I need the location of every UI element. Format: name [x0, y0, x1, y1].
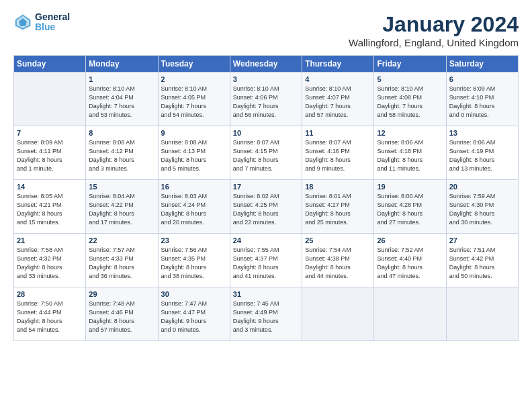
- day-info: Sunrise: 7:56 AMSunset: 4:35 PMDaylight:…: [161, 246, 227, 281]
- day-info: Sunrise: 8:04 AMSunset: 4:22 PMDaylight:…: [89, 192, 154, 227]
- day-number: 10: [233, 129, 299, 137]
- logo-icon: [13, 13, 32, 32]
- day-number: 1: [89, 75, 154, 83]
- day-info: Sunrise: 7:55 AMSunset: 4:37 PMDaylight:…: [233, 246, 299, 281]
- day-of-week-header: Friday: [374, 56, 446, 73]
- calendar-cell: 28Sunrise: 7:50 AMSunset: 4:44 PMDayligh…: [14, 287, 86, 341]
- day-info: Sunrise: 7:51 AMSunset: 4:42 PMDaylight:…: [449, 246, 515, 281]
- day-of-week-header: Monday: [86, 56, 158, 73]
- calendar-week-row: 14Sunrise: 8:05 AMSunset: 4:21 PMDayligh…: [14, 180, 519, 234]
- calendar-cell: 31Sunrise: 7:45 AMSunset: 4:49 PMDayligh…: [230, 287, 302, 341]
- day-info: Sunrise: 8:06 AMSunset: 4:18 PMDaylight:…: [377, 138, 443, 173]
- day-info: Sunrise: 8:10 AMSunset: 4:07 PMDaylight:…: [305, 85, 371, 120]
- day-of-week-header: Thursday: [302, 56, 374, 73]
- calendar-table: SundayMondayTuesdayWednesdayThursdayFrid…: [13, 55, 519, 341]
- day-info: Sunrise: 8:09 AMSunset: 4:11 PMDaylight:…: [17, 138, 83, 173]
- day-info: Sunrise: 8:06 AMSunset: 4:19 PMDaylight:…: [449, 138, 515, 173]
- day-info: Sunrise: 7:52 AMSunset: 4:40 PMDaylight:…: [377, 246, 443, 281]
- location: Wallingford, England, United Kingdom: [349, 37, 519, 48]
- calendar-cell: [302, 287, 374, 341]
- calendar-cell: 21Sunrise: 7:58 AMSunset: 4:32 PMDayligh…: [14, 234, 86, 287]
- day-number: 15: [89, 183, 154, 191]
- day-of-week-header: Sunday: [14, 56, 86, 73]
- page-header: General Blue January 2024 Wallingford, E…: [13, 12, 519, 48]
- calendar-cell: 8Sunrise: 8:08 AMSunset: 4:12 PMDaylight…: [86, 126, 158, 180]
- day-info: Sunrise: 8:01 AMSunset: 4:27 PMDaylight:…: [305, 192, 371, 227]
- calendar-cell: 3Sunrise: 8:10 AMSunset: 4:06 PMDaylight…: [230, 73, 302, 126]
- day-info: Sunrise: 7:45 AMSunset: 4:49 PMDaylight:…: [233, 300, 299, 334]
- title-block: January 2024 Wallingford, England, Unite…: [349, 12, 519, 48]
- day-number: 9: [161, 129, 227, 137]
- day-info: Sunrise: 7:47 AMSunset: 4:47 PMDaylight:…: [161, 300, 227, 334]
- day-number: 6: [449, 75, 515, 83]
- day-number: 16: [161, 183, 227, 191]
- calendar-week-row: 7Sunrise: 8:09 AMSunset: 4:11 PMDaylight…: [14, 126, 519, 180]
- day-info: Sunrise: 8:08 AMSunset: 4:12 PMDaylight:…: [89, 138, 154, 173]
- day-info: Sunrise: 7:58 AMSunset: 4:32 PMDaylight:…: [17, 246, 83, 281]
- day-number: 11: [305, 129, 371, 137]
- day-info: Sunrise: 8:10 AMSunset: 4:08 PMDaylight:…: [377, 85, 443, 120]
- day-number: 3: [233, 75, 299, 83]
- calendar-cell: 15Sunrise: 8:04 AMSunset: 4:22 PMDayligh…: [86, 180, 158, 234]
- calendar-cell: 26Sunrise: 7:52 AMSunset: 4:40 PMDayligh…: [374, 234, 446, 287]
- day-info: Sunrise: 8:10 AMSunset: 4:06 PMDaylight:…: [233, 85, 299, 120]
- day-number: 22: [89, 236, 154, 244]
- day-info: Sunrise: 8:08 AMSunset: 4:13 PMDaylight:…: [161, 138, 227, 173]
- day-info: Sunrise: 7:54 AMSunset: 4:38 PMDaylight:…: [305, 246, 371, 281]
- day-number: 29: [89, 290, 154, 298]
- day-number: 17: [233, 183, 299, 191]
- day-number: 26: [377, 236, 443, 244]
- day-info: Sunrise: 7:48 AMSunset: 4:46 PMDaylight:…: [89, 300, 154, 334]
- calendar-cell: 22Sunrise: 7:57 AMSunset: 4:33 PMDayligh…: [86, 234, 158, 287]
- calendar-cell: 14Sunrise: 8:05 AMSunset: 4:21 PMDayligh…: [14, 180, 86, 234]
- calendar-cell: 23Sunrise: 7:56 AMSunset: 4:35 PMDayligh…: [158, 234, 230, 287]
- calendar-cell: 5Sunrise: 8:10 AMSunset: 4:08 PMDaylight…: [374, 73, 446, 126]
- day-info: Sunrise: 8:09 AMSunset: 4:10 PMDaylight:…: [449, 85, 515, 120]
- calendar-cell: 29Sunrise: 7:48 AMSunset: 4:46 PMDayligh…: [86, 287, 158, 341]
- calendar-cell: [374, 287, 446, 341]
- calendar-cell: 11Sunrise: 8:07 AMSunset: 4:16 PMDayligh…: [302, 126, 374, 180]
- day-number: 20: [449, 183, 515, 191]
- day-info: Sunrise: 8:05 AMSunset: 4:21 PMDaylight:…: [17, 192, 83, 227]
- day-info: Sunrise: 8:07 AMSunset: 4:15 PMDaylight:…: [233, 138, 299, 173]
- day-info: Sunrise: 8:00 AMSunset: 4:28 PMDaylight:…: [377, 192, 443, 227]
- day-info: Sunrise: 8:10 AMSunset: 4:04 PMDaylight:…: [89, 85, 154, 120]
- calendar-cell: 12Sunrise: 8:06 AMSunset: 4:18 PMDayligh…: [374, 126, 446, 180]
- day-number: 8: [89, 129, 154, 137]
- calendar-cell: 17Sunrise: 8:02 AMSunset: 4:25 PMDayligh…: [230, 180, 302, 234]
- day-number: 21: [17, 236, 83, 244]
- calendar-cell: 2Sunrise: 8:10 AMSunset: 4:05 PMDaylight…: [158, 73, 230, 126]
- calendar-cell: 20Sunrise: 7:59 AMSunset: 4:30 PMDayligh…: [446, 180, 518, 234]
- calendar-cell: 7Sunrise: 8:09 AMSunset: 4:11 PMDaylight…: [14, 126, 86, 180]
- day-number: 5: [377, 75, 443, 83]
- day-info: Sunrise: 8:10 AMSunset: 4:05 PMDaylight:…: [161, 85, 227, 120]
- calendar-header-row: SundayMondayTuesdayWednesdayThursdayFrid…: [14, 56, 519, 73]
- calendar-body: 1Sunrise: 8:10 AMSunset: 4:04 PMDaylight…: [14, 73, 519, 341]
- calendar-cell: 1Sunrise: 8:10 AMSunset: 4:04 PMDaylight…: [86, 73, 158, 126]
- calendar-cell: 4Sunrise: 8:10 AMSunset: 4:07 PMDaylight…: [302, 73, 374, 126]
- logo: General Blue: [13, 12, 70, 33]
- calendar-week-row: 28Sunrise: 7:50 AMSunset: 4:44 PMDayligh…: [14, 287, 519, 341]
- day-number: 13: [449, 129, 515, 137]
- calendar-cell: 6Sunrise: 8:09 AMSunset: 4:10 PMDaylight…: [446, 73, 518, 126]
- day-info: Sunrise: 7:59 AMSunset: 4:30 PMDaylight:…: [449, 192, 515, 227]
- day-number: 27: [449, 236, 515, 244]
- calendar-week-row: 1Sunrise: 8:10 AMSunset: 4:04 PMDaylight…: [14, 73, 519, 126]
- calendar-cell: 30Sunrise: 7:47 AMSunset: 4:47 PMDayligh…: [158, 287, 230, 341]
- calendar-cell: 13Sunrise: 8:06 AMSunset: 4:19 PMDayligh…: [446, 126, 518, 180]
- day-info: Sunrise: 8:02 AMSunset: 4:25 PMDaylight:…: [233, 192, 299, 227]
- logo-text: General Blue: [35, 12, 70, 33]
- calendar-cell: 18Sunrise: 8:01 AMSunset: 4:27 PMDayligh…: [302, 180, 374, 234]
- day-number: 28: [17, 290, 83, 298]
- calendar-cell: 16Sunrise: 8:03 AMSunset: 4:24 PMDayligh…: [158, 180, 230, 234]
- day-number: 31: [233, 290, 299, 298]
- day-number: 12: [377, 129, 443, 137]
- calendar-cell: 25Sunrise: 7:54 AMSunset: 4:38 PMDayligh…: [302, 234, 374, 287]
- calendar-cell: 10Sunrise: 8:07 AMSunset: 4:15 PMDayligh…: [230, 126, 302, 180]
- day-info: Sunrise: 7:57 AMSunset: 4:33 PMDaylight:…: [89, 246, 154, 281]
- day-of-week-header: Tuesday: [158, 56, 230, 73]
- day-number: 2: [161, 75, 227, 83]
- day-number: 14: [17, 183, 83, 191]
- day-number: 25: [305, 236, 371, 244]
- day-info: Sunrise: 8:07 AMSunset: 4:16 PMDaylight:…: [305, 138, 371, 173]
